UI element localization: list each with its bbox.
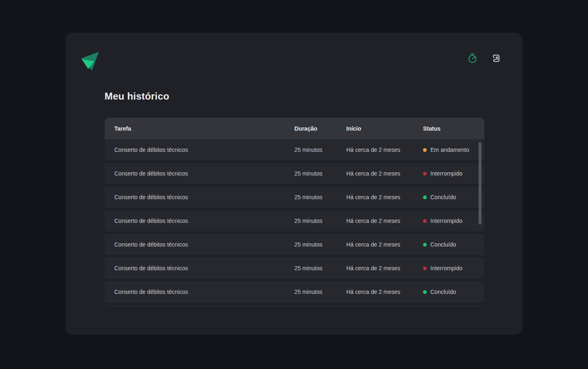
cell-inicio: Há cerca de 2 meses	[346, 289, 423, 295]
status-dot-icon	[423, 219, 427, 223]
column-header-tarefa: Tarefa	[114, 125, 294, 132]
main-card: Meu histórico Tarefa Duração Início Stat…	[65, 33, 523, 335]
status-dot-icon	[423, 290, 427, 294]
status-label: Em andamento	[430, 147, 469, 153]
column-header-inicio: Início	[346, 125, 423, 132]
table-body: Conserto de débitos técnicos 25 minutos …	[105, 139, 484, 302]
column-header-duracao: Duração	[294, 125, 346, 132]
cell-inicio: Há cerca de 2 meses	[346, 147, 423, 153]
history-table: Tarefa Duração Início Status Conserto de…	[105, 118, 484, 307]
cell-duracao: 25 minutos	[294, 147, 346, 153]
scroll-icon	[491, 53, 501, 64]
table-row-partial	[105, 305, 484, 307]
status-dot-icon	[423, 172, 427, 176]
table-row: Conserto de débitos técnicos 25 minutos …	[105, 234, 484, 255]
table-row: Conserto de débitos técnicos 25 minutos …	[105, 258, 484, 279]
cell-duracao: 25 minutos	[294, 241, 346, 248]
status-label: Interrompido	[430, 170, 463, 177]
cell-duracao: 25 minutos	[294, 194, 346, 200]
cell-status: Concluído	[423, 194, 484, 200]
page-title: Meu histórico	[105, 91, 169, 102]
cell-tarefa: Conserto de débitos técnicos	[114, 241, 294, 248]
timer-icon	[467, 53, 478, 64]
cell-duracao: 25 minutos	[294, 265, 346, 271]
toolbar	[467, 53, 501, 64]
status-dot-icon	[423, 243, 427, 247]
cell-tarefa: Conserto de débitos técnicos	[114, 289, 294, 295]
column-header-status: Status	[423, 125, 484, 132]
cell-status: Concluído	[423, 241, 484, 248]
cell-tarefa: Conserto de débitos técnicos	[114, 194, 294, 200]
status-dot-icon	[423, 267, 427, 270]
cell-duracao: 25 minutos	[294, 289, 346, 295]
table-row: Conserto de débitos técnicos 25 minutos …	[105, 210, 484, 231]
table-row: Conserto de débitos técnicos 25 minutos …	[105, 187, 484, 208]
cell-status: Concluído	[423, 289, 484, 295]
status-label: Concluído	[430, 194, 456, 200]
cell-tarefa: Conserto de débitos técnicos	[114, 170, 294, 177]
cell-status: Interrompido	[423, 265, 484, 271]
cell-tarefa: Conserto de débitos técnicos	[114, 218, 294, 224]
table-row: Conserto de débitos técnicos 25 minutos …	[105, 163, 484, 184]
cell-inicio: Há cerca de 2 meses	[346, 170, 423, 177]
cell-inicio: Há cerca de 2 meses	[346, 218, 423, 224]
app-logo-icon	[81, 51, 99, 71]
status-label: Interrompido	[430, 218, 463, 224]
cell-duracao: 25 minutos	[294, 170, 346, 177]
status-label: Interrompido	[430, 265, 463, 271]
cell-inicio: Há cerca de 2 meses	[346, 265, 423, 271]
status-dot-icon	[423, 196, 427, 199]
history-scroll-button[interactable]	[491, 53, 501, 64]
cell-inicio: Há cerca de 2 meses	[346, 194, 423, 200]
timer-button[interactable]	[467, 53, 478, 64]
table-row: Conserto de débitos técnicos 25 minutos …	[105, 281, 484, 302]
table-row: Conserto de débitos técnicos 25 minutos …	[105, 139, 484, 160]
table-header-row: Tarefa Duração Início Status	[105, 118, 484, 139]
cell-status: Interrompido	[423, 170, 484, 177]
status-label: Concluído	[430, 241, 456, 248]
scrollbar-thumb[interactable]	[479, 142, 481, 225]
status-label: Concluído	[430, 289, 456, 295]
cell-duracao: 25 minutos	[294, 218, 346, 224]
cell-tarefa: Conserto de débitos técnicos	[114, 147, 294, 153]
cell-status: Em andamento	[423, 147, 484, 153]
cell-status: Interrompido	[423, 218, 484, 224]
cell-inicio: Há cerca de 2 meses	[346, 241, 423, 248]
cell-tarefa: Conserto de débitos técnicos	[114, 265, 294, 271]
status-dot-icon	[423, 148, 427, 152]
